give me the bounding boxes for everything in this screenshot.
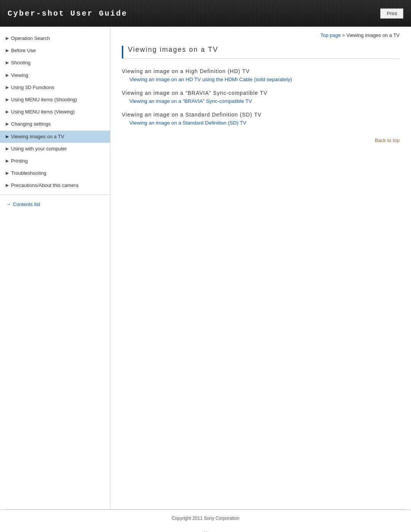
header: Cyber-shot User Guide Print — [0, 0, 411, 27]
sidebar-item-label: Using 3D Functions — [11, 84, 54, 91]
content-block-bravia-tv: Viewing an image on a “BRAVIA” Sync-comp… — [122, 90, 400, 104]
contents-list-link[interactable]: → Contents list — [0, 198, 110, 210]
sidebar-item-operation-search[interactable]: ▶Operation Search — [0, 32, 110, 45]
breadcrumb-separator: > — [342, 32, 346, 38]
sidebar-item-using-menu-shooting[interactable]: ▶Using MENU items (Shooting) — [0, 94, 110, 106]
print-button[interactable]: Print — [380, 8, 403, 19]
sidebar-item-changing-settings[interactable]: ▶Changing settings — [0, 118, 110, 130]
sidebar-item-label: Printing — [11, 158, 28, 165]
sidebar-arrow-icon: ▶ — [6, 72, 9, 78]
sidebar-item-label: Precautions/About this camera — [11, 182, 78, 189]
sidebar-arrow-icon: ▶ — [6, 48, 9, 53]
sidebar-item-label: Viewing images on a TV — [11, 133, 64, 140]
content-block-sd-tv: Viewing an image on a Standard Definitio… — [122, 112, 400, 126]
page-title-section: Viewing images on a TV — [122, 46, 400, 59]
page-title: Viewing images on a TV — [128, 46, 400, 54]
sidebar-item-troubleshooting[interactable]: ▶Troubleshooting — [0, 167, 110, 179]
breadcrumb-current: Viewing images on a TV — [346, 32, 400, 38]
back-to-top-section: Back to top — [122, 137, 400, 143]
sidebar: ▶Operation Search▶Before Use▶Shooting▶Vi… — [0, 27, 110, 509]
sidebar-item-label: Using MENU items (Viewing) — [11, 109, 75, 115]
back-to-top-link[interactable]: Back to top — [375, 137, 400, 143]
copyright: Copyright 2011 Sony Corporation — [172, 516, 239, 521]
sidebar-arrow-icon: ▶ — [6, 35, 9, 41]
sidebar-item-label: Viewing — [11, 72, 28, 79]
sidebar-item-using-menu-viewing[interactable]: ▶Using MENU items (Viewing) — [0, 106, 110, 118]
sidebar-item-label: Shooting — [11, 59, 30, 66]
sidebar-divider — [0, 195, 110, 195]
breadcrumb-top-link[interactable]: Top page — [320, 32, 341, 38]
section-heading-bravia-tv: Viewing an image on a “BRAVIA” Sync-comp… — [122, 90, 400, 96]
sidebar-item-viewing[interactable]: ▶Viewing — [0, 69, 110, 81]
sidebar-arrow-icon: ▶ — [6, 134, 9, 139]
section-link-sd-tv[interactable]: Viewing an image on a Standard Definitio… — [129, 120, 400, 126]
sidebar-item-before-use[interactable]: ▶Before Use — [0, 45, 110, 57]
sidebar-arrow-icon: ▶ — [6, 60, 9, 66]
section-link-bravia-tv[interactable]: Viewing an image on a “BRAVIA” Sync-comp… — [129, 98, 400, 104]
section-heading-hd-tv: Viewing an image on a High Definition (H… — [122, 68, 400, 74]
app-title: Cyber-shot User Guide — [8, 9, 127, 18]
main-layout: ▶Operation Search▶Before Use▶Shooting▶Vi… — [0, 27, 411, 509]
sidebar-arrow-icon: ▶ — [6, 158, 9, 164]
sidebar-arrow-icon: ▶ — [6, 109, 9, 115]
section-link-hd-tv[interactable]: Viewing an image on an HD TV using the H… — [129, 77, 400, 82]
sidebar-arrow-icon: ▶ — [6, 85, 9, 90]
sidebar-arrow-icon: ▶ — [6, 121, 9, 127]
sidebar-arrow-icon: ▶ — [6, 97, 9, 102]
content-area: Top page > Viewing images on a TV Viewin… — [110, 27, 411, 509]
sidebar-item-label: Before Use — [11, 47, 36, 54]
content-block-hd-tv: Viewing an image on a High Definition (H… — [122, 68, 400, 82]
sidebar-item-label: Operation Search — [11, 35, 50, 42]
sidebar-item-label: Using MENU items (Shooting) — [11, 96, 77, 103]
sidebar-item-precautions[interactable]: ▶Precautions/About this camera — [0, 179, 110, 192]
sidebar-arrow-icon: ▶ — [6, 170, 9, 176]
sidebar-item-printing[interactable]: ▶Printing — [0, 155, 110, 167]
sidebar-item-using-3d[interactable]: ▶Using 3D Functions — [0, 81, 110, 94]
sidebar-item-using-computer[interactable]: ▶Using with your computer — [0, 143, 110, 155]
page-number: 11 — [0, 527, 411, 532]
sidebar-arrow-icon: ▶ — [6, 146, 9, 152]
contents-list-label: Contents list — [13, 201, 40, 207]
sidebar-item-label: Changing settings — [11, 121, 51, 128]
breadcrumb: Top page > Viewing images on a TV — [122, 32, 400, 38]
sidebar-arrow-icon: ▶ — [6, 182, 9, 188]
sidebar-item-shooting[interactable]: ▶Shooting — [0, 57, 110, 69]
sidebar-item-label: Using with your computer — [11, 145, 67, 152]
sidebar-item-viewing-tv[interactable]: ▶Viewing images on a TV — [0, 131, 110, 143]
section-heading-sd-tv: Viewing an image on a Standard Definitio… — [122, 112, 400, 118]
sidebar-item-label: Troubleshooting — [11, 170, 46, 177]
arrow-right-icon: → — [6, 201, 11, 207]
footer: Copyright 2011 Sony Corporation — [0, 510, 411, 527]
